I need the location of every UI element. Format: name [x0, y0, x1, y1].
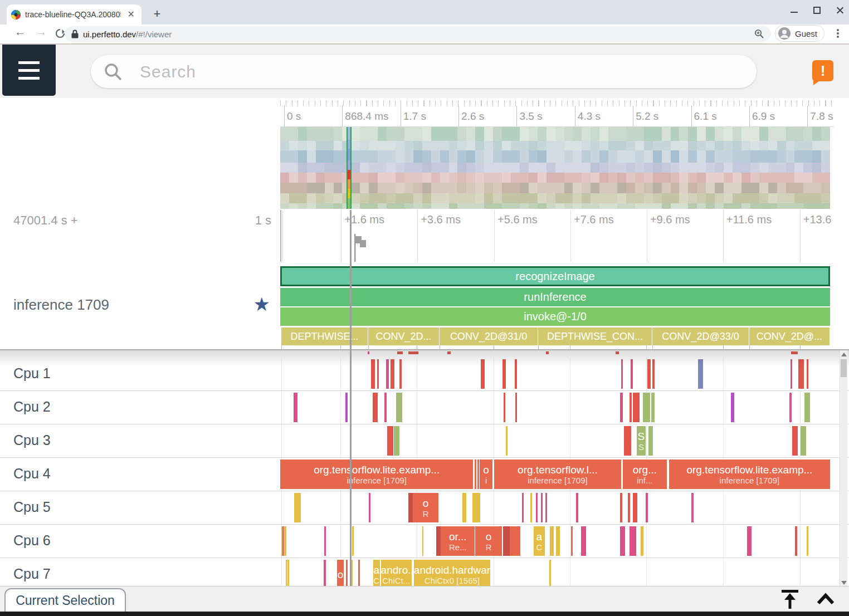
slice[interactable]: [281, 526, 286, 556]
slice[interactable]: [294, 393, 297, 422]
slice[interactable]: org...inf...: [623, 459, 667, 489]
slice[interactable]: [436, 526, 441, 556]
search-input[interactable]: [139, 62, 640, 82]
slice[interactable]: [620, 526, 625, 556]
slice[interactable]: [556, 526, 560, 556]
slice[interactable]: [620, 493, 622, 522]
slice[interactable]: org.tensorflow.lite.examp...inference [1…: [280, 459, 473, 489]
slice[interactable]: [550, 526, 554, 556]
slice[interactable]: [536, 493, 538, 522]
slice[interactable]: [502, 359, 506, 389]
slice[interactable]: [621, 359, 623, 389]
cpu-track-lane[interactable]: SS: [280, 424, 830, 457]
forward-icon[interactable]: →: [36, 26, 47, 38]
vertical-scrollbar[interactable]: [840, 350, 847, 586]
trace-overview-minimap[interactable]: [280, 127, 830, 209]
profile-button[interactable]: Guest: [775, 25, 824, 42]
slice[interactable]: [369, 493, 370, 522]
window-close-button[interactable]: [836, 7, 843, 14]
slice[interactable]: [630, 393, 632, 422]
slice[interactable]: [462, 493, 466, 522]
slice[interactable]: [391, 359, 394, 389]
slice[interactable]: or...Re...: [441, 526, 475, 556]
slice[interactable]: oi: [480, 459, 492, 489]
slice[interactable]: oR: [413, 493, 438, 522]
slice[interactable]: [641, 526, 643, 556]
slice[interactable]: android.hardware.ca...ChiCtx0 [1565]: [414, 560, 490, 586]
track-label-panel[interactable]: inference 1709 ★: [0, 262, 280, 349]
slice[interactable]: [286, 560, 287, 586]
slice[interactable]: [324, 560, 326, 586]
slice[interactable]: [371, 359, 375, 389]
error-bubble-icon[interactable]: !: [812, 60, 833, 81]
slice[interactable]: [698, 359, 703, 389]
window-minimize-button[interactable]: [791, 8, 798, 13]
slice[interactable]: [324, 526, 326, 556]
slice[interactable]: [801, 426, 806, 456]
slice[interactable]: o: [337, 560, 344, 586]
slice[interactable]: [576, 493, 578, 522]
cpu-track-lane[interactable]: [280, 358, 830, 390]
slice[interactable]: [624, 426, 631, 456]
slice[interactable]: [731, 393, 734, 422]
slice[interactable]: [795, 526, 797, 556]
slice[interactable]: CONV_2D@33/0: [652, 327, 749, 345]
slice[interactable]: [792, 426, 798, 456]
timeline-ruler[interactable]: 0 s868.4 ms1.7 s2.6 s3.5 s4.3 s5.2 s6.1 …: [280, 100, 834, 127]
slice[interactable]: [747, 526, 752, 556]
back-icon[interactable]: ←: [14, 26, 26, 38]
window-maximize-button[interactable]: [813, 7, 821, 14]
slice[interactable]: invoke@-1/0: [280, 307, 830, 326]
slice[interactable]: [422, 526, 423, 556]
slice[interactable]: SS: [637, 426, 646, 456]
slice[interactable]: [386, 359, 388, 389]
slice[interactable]: aC: [534, 526, 545, 556]
slice[interactable]: [408, 493, 413, 522]
slice[interactable]: [691, 493, 694, 522]
current-selection-tab[interactable]: Current Selection: [4, 588, 126, 612]
cpu-track-lane[interactable]: oR: [280, 491, 830, 524]
browser-menu-icon[interactable]: [837, 28, 839, 39]
address-bar[interactable]: ui.perfetto.dev/#!/viewer: [65, 26, 771, 42]
refresh-icon[interactable]: [55, 28, 66, 39]
slice[interactable]: [807, 359, 808, 389]
slice[interactable]: [345, 393, 348, 422]
slice[interactable]: [631, 359, 633, 389]
scrollbar-thumb[interactable]: [841, 359, 847, 377]
minimap-viewport-selection[interactable]: [347, 127, 352, 209]
pinned-track-lane[interactable]: recognizeImagerunInferenceinvoke@-1/0DEP…: [280, 262, 830, 349]
slice[interactable]: [477, 459, 479, 489]
slice[interactable]: [481, 359, 485, 389]
slice[interactable]: [346, 560, 347, 586]
slice[interactable]: [791, 359, 792, 389]
slice[interactable]: CONV_2D@31/0: [440, 327, 538, 345]
slice[interactable]: [545, 493, 547, 522]
cpu-track-lane[interactable]: oaCandro...ChiCt...android.hardware.ca..…: [280, 558, 830, 586]
slice[interactable]: org.tensorflow.l...inference [1709]: [494, 459, 621, 489]
slice[interactable]: [515, 359, 517, 389]
slice[interactable]: [807, 526, 809, 556]
slice[interactable]: [475, 459, 476, 489]
slice[interactable]: [581, 526, 586, 556]
slice[interactable]: [549, 560, 551, 586]
slice[interactable]: [504, 393, 505, 422]
slice[interactable]: [384, 393, 387, 422]
slice[interactable]: CONV_2D@...: [749, 327, 830, 345]
new-tab-button[interactable]: +: [149, 7, 165, 22]
slice[interactable]: DEPTHWISE_CON...: [538, 327, 652, 345]
vertical-align-top-icon[interactable]: [780, 589, 800, 610]
slice[interactable]: [352, 526, 353, 556]
slice[interactable]: [377, 359, 379, 389]
slice[interactable]: [804, 393, 811, 422]
slice[interactable]: [647, 359, 651, 389]
slice[interactable]: [530, 493, 532, 522]
slice[interactable]: [287, 560, 289, 586]
slice[interactable]: DEPTHWISE...: [281, 327, 368, 345]
slice[interactable]: CONV_2D...: [368, 327, 440, 345]
slice[interactable]: aC: [373, 560, 380, 586]
slice[interactable]: recognizeImage: [280, 266, 830, 286]
browser-tab[interactable]: trace-blueline-QQ3A.200805 ✕: [7, 4, 142, 25]
slice[interactable]: [633, 393, 640, 422]
cpu-track-lane[interactable]: [280, 391, 830, 424]
slice[interactable]: [396, 393, 402, 422]
